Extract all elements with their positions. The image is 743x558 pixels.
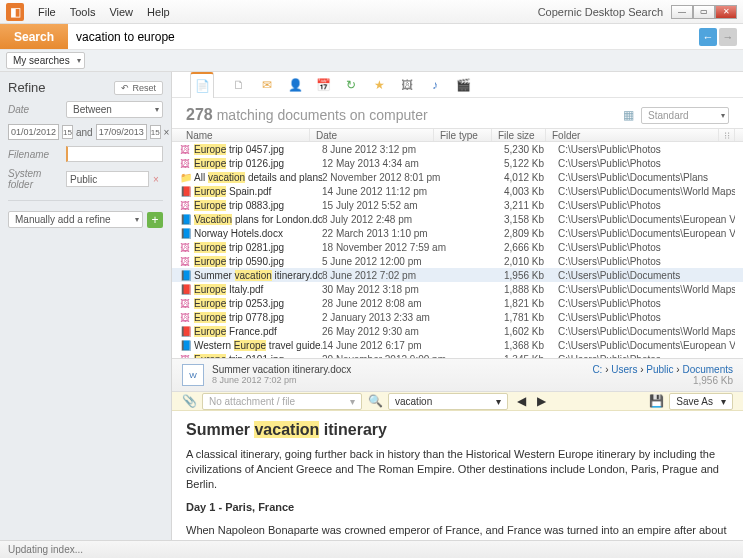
file-size: 4,003 Kb [504, 186, 558, 197]
file-date: 15 July 2012 5:52 am [322, 200, 446, 211]
column-folder[interactable]: Folder [546, 129, 719, 141]
nav-forward-button[interactable]: → [719, 28, 737, 46]
find-next-icon[interactable]: ▶ [534, 394, 548, 408]
file-date: 18 November 2012 7:59 am [322, 242, 446, 253]
save-as-dropdown[interactable]: Save As▾ [669, 393, 733, 410]
result-row[interactable]: 🖼Europe trip 0126.jpg12 May 2013 4:34 am… [172, 156, 743, 170]
date-from-input[interactable]: 01/01/2012 [8, 124, 59, 140]
result-row[interactable]: 🖼Europe trip 0281.jpg18 November 2012 7:… [172, 240, 743, 254]
column-filetype[interactable]: File type [434, 129, 492, 141]
refine-title: Refine [8, 80, 46, 95]
column-filesize[interactable]: File size [492, 129, 546, 141]
find-prev-icon[interactable]: ◀ [514, 394, 528, 408]
result-row[interactable]: 🖼Europe trip 0457.jpg8 June 2012 3:12 pm… [172, 142, 743, 156]
file-icon: 📕 [180, 326, 194, 337]
calendar-to-icon[interactable]: 15 [150, 125, 161, 139]
mail-icon[interactable]: ✉ [260, 78, 274, 92]
file-icon: 📁 [180, 172, 194, 183]
preview-path[interactable]: C: › Users › Public › Documents [592, 364, 733, 375]
reset-button[interactable]: ↶Reset [114, 81, 163, 95]
close-button[interactable]: ✕ [715, 5, 737, 19]
result-row[interactable]: 📕Europe Italy.pdf30 May 2012 3:18 pm1,88… [172, 282, 743, 296]
file-name: Europe trip 0778.jpg [194, 312, 322, 323]
date-mode-dropdown[interactable]: Between [66, 101, 163, 118]
calendar-from-icon[interactable]: 15 [62, 125, 73, 139]
system-folder-label: System folder [8, 168, 62, 190]
result-row[interactable]: 📕Europe Spain.pdf14 June 2012 11:12 pm4,… [172, 184, 743, 198]
result-row[interactable]: 📁All vacation details and plans.zip2 Nov… [172, 170, 743, 184]
file-size: 1,821 Kb [504, 298, 558, 309]
favorite-icon[interactable]: ★ [372, 78, 386, 92]
view-list-icon[interactable]: ▦ [621, 108, 635, 122]
add-refine-button[interactable]: + [147, 212, 163, 228]
new-doc-icon[interactable]: 🗋 [232, 78, 246, 92]
find-icon[interactable]: 🔍 [368, 394, 382, 408]
file-size: 5,122 Kb [504, 158, 558, 169]
music-icon[interactable]: ♪ [428, 78, 442, 92]
file-name: Europe trip 0126.jpg [194, 158, 322, 169]
save-icon[interactable]: 💾 [649, 394, 663, 408]
file-size: 3,211 Kb [504, 200, 558, 211]
column-grip-icon[interactable]: ⁝⁝ [719, 129, 735, 141]
calendar-icon[interactable]: 📅 [316, 78, 330, 92]
result-row[interactable]: 📘Summer vacation itinerary.docx8 June 20… [172, 268, 743, 282]
preview-paragraph: A classical itinerary, going further bac… [186, 447, 729, 492]
result-row[interactable]: 📘Vacation plans for London.docx8 July 20… [172, 212, 743, 226]
app-logo: ◧ [6, 3, 24, 21]
remove-folder-filter[interactable]: × [153, 174, 163, 185]
find-in-preview-input[interactable]: vacation▾ [388, 393, 508, 410]
result-row[interactable]: 📕Europe France.pdf26 May 2012 9:30 am1,6… [172, 324, 743, 338]
search-button[interactable]: Search [0, 24, 68, 49]
file-size: 1,781 Kb [504, 312, 558, 323]
history-icon[interactable]: ↻ [344, 78, 358, 92]
attachment-dropdown[interactable]: No attachment / file▾ [202, 393, 362, 410]
column-name[interactable]: Name [180, 129, 310, 141]
file-folder: C:\Users\Public\Documents [558, 270, 735, 281]
system-folder-input[interactable]: Public [66, 171, 149, 187]
preview-day-heading: Day 1 - Paris, France [186, 500, 729, 515]
remove-date-filter[interactable]: × [164, 127, 170, 138]
nav-back-button[interactable]: ← [699, 28, 717, 46]
result-row[interactable]: 🖼Europe trip 0883.jpg15 July 2012 5:52 a… [172, 198, 743, 212]
filename-input[interactable] [66, 146, 163, 162]
file-size: 1,368 Kb [504, 340, 558, 351]
result-row[interactable]: 📘Norway Hotels.docx22 March 2013 1:10 pm… [172, 226, 743, 240]
menu-help[interactable]: Help [147, 6, 170, 18]
file-name: Europe trip 0281.jpg [194, 242, 322, 253]
file-date: 26 May 2012 9:30 am [322, 326, 446, 337]
file-name: Norway Hotels.docx [194, 228, 322, 239]
result-row[interactable]: 🖼Europe trip 0590.jpg5 June 2012 12:00 p… [172, 254, 743, 268]
file-name: All vacation details and plans.zip [194, 172, 322, 183]
file-date: 14 June 2012 6:17 pm [322, 340, 446, 351]
search-input[interactable] [68, 24, 699, 49]
minimize-button[interactable]: — [671, 5, 693, 19]
file-name: Europe trip 0590.jpg [194, 256, 322, 267]
image-icon[interactable]: 🖼 [400, 78, 414, 92]
file-name: Europe trip 0883.jpg [194, 200, 322, 211]
menu-tools[interactable]: Tools [70, 6, 96, 18]
menu-view[interactable]: View [109, 6, 133, 18]
my-searches-dropdown[interactable]: My searches [6, 52, 85, 69]
menu-file[interactable]: File [38, 6, 56, 18]
file-icon: 🖼 [180, 242, 194, 253]
attachment-icon[interactable]: 📎 [182, 394, 196, 408]
column-date[interactable]: Date [310, 129, 434, 141]
result-row[interactable]: 🖼Europe trip 0253.jpg28 June 2012 8:08 a… [172, 296, 743, 310]
result-row[interactable]: 🖼Europe trip 0778.jpg2 January 2013 2:33… [172, 310, 743, 324]
maximize-button[interactable]: ▭ [693, 5, 715, 19]
contact-icon[interactable]: 👤 [288, 78, 302, 92]
video-icon[interactable]: 🎬 [456, 78, 470, 92]
file-date: 22 March 2013 1:10 pm [322, 228, 446, 239]
documents-tab[interactable]: 📄 [190, 72, 214, 98]
result-summary-text: matching documents on computer [217, 107, 428, 123]
view-mode-dropdown[interactable]: Standard [641, 107, 729, 124]
file-folder: C:\Users\Public\Photos [558, 200, 735, 211]
file-size: 4,012 Kb [504, 172, 558, 183]
preview-size: 1,956 Kb [592, 375, 733, 386]
file-folder: C:\Users\Public\Photos [558, 242, 735, 253]
result-row[interactable]: 📘Western Europe travel guide.docx14 June… [172, 338, 743, 352]
status-text: Updating index... [8, 544, 83, 555]
manual-refine-dropdown[interactable]: Manually add a refine [8, 211, 143, 228]
date-to-input[interactable]: 17/09/2013 [96, 124, 147, 140]
file-date: 2 November 2012 8:01 pm [322, 172, 446, 183]
